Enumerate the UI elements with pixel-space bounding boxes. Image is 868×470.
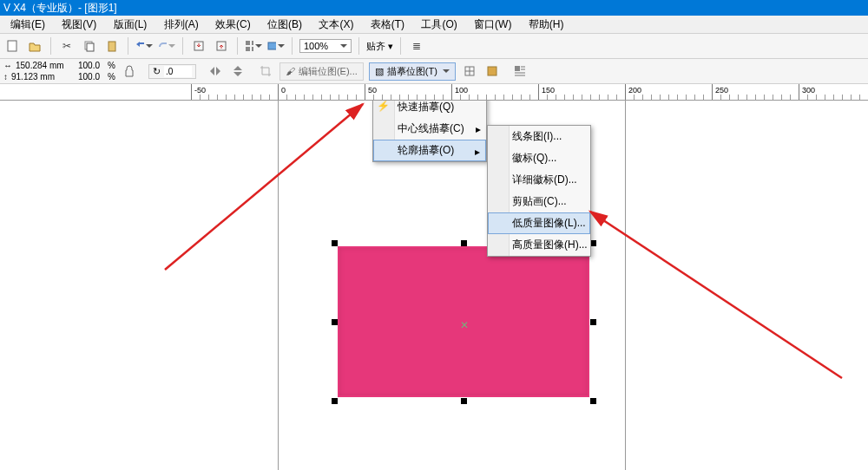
trace-bitmap-menu[interactable]: ⚡快速描摹(Q) 中心线描摹(C)▸ 轮廓描摹(O)▸ [372, 101, 487, 162]
selection-center-icon: ✕ [460, 319, 467, 326]
object-size: ↔ ↕ [3, 60, 71, 82]
selection-handle-s[interactable] [461, 398, 467, 404]
bitmap-color-mask-icon[interactable] [483, 62, 501, 80]
paste-icon[interactable] [103, 37, 121, 55]
resample-icon[interactable] [461, 62, 478, 80]
import-icon[interactable] [190, 37, 207, 55]
undo-icon[interactable] [135, 37, 153, 55]
rotation-field-wrap: ↻ [148, 64, 196, 79]
submenu-arrow-icon: ▸ [476, 123, 481, 135]
crop-icon[interactable] [257, 62, 274, 80]
outline-trace-submenu[interactable]: 线条图(I)... 徽标(Q)... 详细徽标(D)... 剪贴画(C)... … [487, 125, 591, 257]
svg-rect-12 [488, 67, 496, 75]
menu-view[interactable]: 视图(V) [55, 16, 103, 34]
svg-rect-9 [252, 47, 253, 51]
mirror-v-icon[interactable] [229, 62, 247, 80]
selection-handle-se[interactable] [590, 398, 596, 404]
submenu-arrow-icon: ▸ [475, 146, 480, 158]
height-icon: ↕ [3, 72, 8, 82]
app-launcher-icon[interactable] [245, 37, 262, 55]
menu-help[interactable]: 帮助(H) [522, 16, 571, 34]
lock-ratio-icon[interactable] [121, 62, 138, 80]
menu-edit[interactable]: 编辑(E) [3, 16, 52, 34]
annotation-arrow-left [0, 101, 382, 274]
menu-layout[interactable]: 版面(L) [107, 16, 155, 34]
height-field[interactable] [10, 71, 67, 82]
page-boundary [625, 101, 626, 470]
snap-button[interactable]: 贴齐 ▾ [366, 40, 393, 53]
cut-icon[interactable]: ✂ [58, 37, 76, 55]
zoom-combo[interactable]: 100% [299, 39, 352, 53]
svg-rect-3 [108, 42, 115, 51]
submenu-clipart[interactable]: 剪贴画(C)... [488, 191, 590, 212]
menu-bitmaps[interactable]: 位图(B) [260, 16, 309, 34]
menu-arrange[interactable]: 排列(A) [157, 16, 206, 34]
selection-handle-e[interactable] [590, 319, 596, 325]
menu-quick-trace[interactable]: ⚡快速描摹(Q) [373, 101, 486, 118]
svg-rect-7 [252, 41, 253, 45]
standard-toolbar: ✂ 100% 贴齐 ▾ ≣ [0, 34, 868, 59]
submenu-logo[interactable]: 徽标(Q)... [488, 147, 590, 169]
svg-rect-2 [87, 43, 94, 51]
menu-text[interactable]: 文本(X) [312, 16, 360, 34]
horizontal-ruler: -50050100150200250300350 [0, 84, 868, 101]
scale-percent: % % [76, 60, 115, 82]
svg-rect-8 [246, 47, 250, 51]
canvas[interactable]: ✕ ⚡快速描摹(Q) 中心线描摹(C)▸ 轮廓描摹(O)▸ 线条图(I)... … [0, 101, 868, 470]
paint-icon: 🖌 [286, 66, 295, 76]
submenu-lineart[interactable]: 线条图(I)... [488, 126, 590, 147]
copy-icon[interactable] [81, 37, 98, 55]
svg-rect-10 [268, 42, 276, 49]
page-boundary [278, 101, 279, 470]
menu-tools[interactable]: 工具(O) [414, 16, 464, 34]
title-bar: V X4（专业版）- [图形1] [0, 0, 868, 16]
title-text: V X4（专业版）- [图形1] [3, 2, 117, 14]
edit-bitmap-button[interactable]: 🖌编辑位图(E)... [279, 62, 364, 81]
selection-handle-n[interactable] [461, 240, 467, 246]
rotation-field[interactable] [164, 66, 192, 77]
rotate-icon: ↻ [153, 66, 161, 77]
scale-x-field[interactable] [76, 60, 106, 71]
export-icon[interactable] [213, 37, 230, 55]
redo-icon[interactable] [158, 37, 175, 55]
menu-centerline-trace[interactable]: 中心线描摹(C)▸ [373, 118, 486, 140]
width-icon: ↔ [3, 61, 12, 71]
svg-rect-13 [515, 66, 520, 71]
width-field[interactable] [14, 60, 71, 71]
submenu-low-quality-image[interactable]: 低质量图像(L)... [488, 212, 590, 234]
menu-table[interactable]: 表格(T) [364, 16, 411, 34]
submenu-detailed-logo[interactable]: 详细徽标(D)... [488, 169, 590, 191]
menu-window[interactable]: 窗口(W) [467, 16, 518, 34]
trace-icon: ▧ [375, 66, 384, 77]
selection-handle-sw[interactable] [332, 398, 338, 404]
new-doc-icon[interactable] [3, 37, 21, 55]
selection-handle-w[interactable] [332, 319, 338, 325]
property-bar: ↔ ↕ % % ↻ 🖌编辑位图(E)... ▧描摹位图(T) [0, 59, 868, 84]
mirror-h-icon[interactable] [207, 62, 224, 80]
scale-y-field[interactable] [76, 71, 106, 82]
submenu-high-quality-image[interactable]: 高质量图像(H)... [488, 234, 590, 256]
menu-outline-trace[interactable]: 轮廓描摹(O)▸ [373, 140, 486, 161]
selection-handle-ne[interactable] [590, 240, 596, 246]
welcome-icon[interactable] [267, 37, 285, 55]
svg-rect-0 [8, 41, 16, 51]
quick-trace-icon: ⚡ [377, 101, 391, 114]
trace-bitmap-button[interactable]: ▧描摹位图(T) [369, 62, 456, 81]
menu-effects[interactable]: 效果(C) [208, 16, 258, 34]
annotation-arrow-right [556, 101, 868, 395]
svg-rect-6 [246, 41, 250, 45]
options-icon[interactable]: ≣ [408, 37, 425, 55]
svg-line-15 [590, 212, 842, 378]
open-icon[interactable] [26, 37, 43, 55]
wrap-text-icon[interactable] [511, 62, 529, 80]
menu-bar[interactable]: 编辑(E) 视图(V) 版面(L) 排列(A) 效果(C) 位图(B) 文本(X… [0, 16, 868, 34]
selection-handle-nw[interactable] [332, 240, 338, 246]
